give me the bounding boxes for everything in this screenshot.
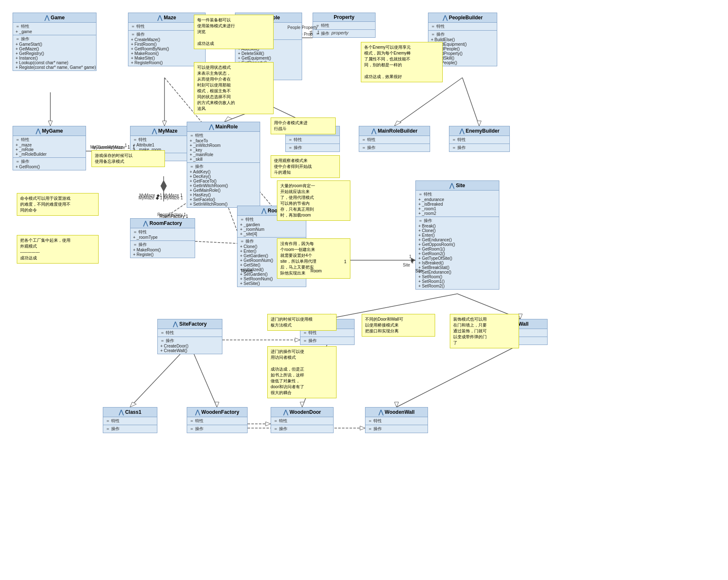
note-equipment-decorator: 每一件装备都可以使用装饰模式来进行浏览成功达成 [194, 15, 274, 49]
label-site: Site [415, 269, 423, 273]
svg-text:1: 1 [125, 143, 127, 148]
class-name-maze: Maze [164, 15, 176, 21]
note-proxy-room: 大量的room肯定一开始就应该出来了，使用代理模式可以将的节省内存，只有真正用到… [277, 180, 350, 221]
note-state-pattern: 可以使用状态模式来表示主角状态，从而使用中介者在时刻可以使用那能模式，根据主角不… [194, 62, 274, 114]
svg-text:Site: Site [403, 263, 410, 267]
label-roomfactory-1: RoomFactory 1 [159, 214, 188, 219]
svg-marker-50 [360, 426, 365, 430]
class-name-mainrole: MainRole [215, 124, 237, 130]
note-mediator-fight: 用中介者模式来进行战斗 [271, 118, 336, 134]
mult-site-1: 1 [411, 259, 414, 264]
abstract-icon: ⋀ [44, 14, 49, 21]
mult-room-1: 1 [344, 259, 347, 264]
class-mainrolebuilder: ⋀ MainRoleBuilder ＝ 特性 ＝ 操作 [359, 126, 430, 152]
svg-line-31 [195, 241, 237, 243]
property-label: property [331, 30, 348, 35]
svg-marker-42 [215, 402, 219, 407]
svg-marker-9 [161, 180, 167, 191]
note-command-pattern: 命令模式可以用于设置游戏的难度，不同的难度使用不同的命令 [17, 193, 99, 216]
class-enemybuilder: ⋀ EnemyBuilder ＝ 特性 ＝ 操作 [449, 126, 510, 152]
class-mygame: ⋀ MyGame ＝ 特性 + _maze + _mRole + _mRoleB… [13, 126, 86, 170]
label-room-left: Room [241, 269, 253, 273]
class-class1: ⋀ Class1 ＝ 特性 ＝ 操作 [103, 407, 157, 433]
class-name-sitefactory: SiteFactory [179, 321, 206, 327]
class-name-mymaze: MyMaze [158, 128, 177, 134]
note-template-door: 进门的时候可以使用模板方法模式 [267, 314, 337, 331]
class-name-class1: Class1 [125, 409, 141, 415]
svg-marker-48 [266, 422, 271, 426]
svg-line-45 [397, 344, 520, 407]
class-name-enemybuilder: EnemyBuilder [466, 128, 500, 134]
note-facade: 把各个工厂集中起来，使用外观模式--------------成功达成 [17, 235, 99, 264]
label-room-right: Room [311, 269, 322, 273]
class-roomfactory: ⋀ RoomFactory ＝ 特性 + _roomType ＝ 操作 + Ma… [130, 218, 195, 258]
class-mainrole: ⋀ MainRole ＝ 特性 + _faceTo + _inWitchRoom… [187, 122, 260, 208]
class-name-woodenfactory: WoodenFactory [201, 409, 239, 415]
label-mygamemymaze: MyGameMyMaze [90, 145, 123, 149]
relationship-arrows: MyGameMyMaze 1 1 MyMaze ◆ 1 MyMaze 1 Peo… [0, 0, 728, 580]
svg-marker-40 [130, 402, 136, 407]
assoc-mult-1-right: 1 [317, 30, 320, 35]
class-woodendoor: ⋀ WoodenDoor ＝ 特性 ＝ 操作 [271, 407, 334, 433]
class-game: ⋀ Game ＝ 特性 + _game ＝ 操作 + GameStart() +… [13, 13, 97, 71]
class-site: ⋀ Site ＝ 特性 + _endurance + _isBreaked + … [415, 180, 499, 290]
svg-text:1: 1 [409, 254, 412, 259]
diagram-canvas: MyGameMyMaze 1 1 MyMaze ◆ 1 MyMaze 1 Peo… [0, 0, 728, 580]
svg-marker-22 [477, 121, 481, 126]
class-name-peoplebuilder: PeopleBuilder [449, 15, 483, 21]
class-name-woodendoor: WoodenDoor [290, 409, 321, 415]
note-visitor: 进门的操作可以使用访问者模式成功达成，但是正如书上所说，这样做低了对象性，doo… [267, 346, 337, 398]
svg-marker-46 [394, 402, 399, 407]
note-decorator-door: 装饰模式也可以用在门和墙上，只要通过装饰，门就可以变成带炸弹的门了 [450, 314, 519, 348]
svg-marker-38 [295, 338, 300, 342]
class-name-mygame: MyGame [42, 128, 63, 134]
class-name-woodenwall: WoodenWall [385, 409, 415, 415]
assoc-mult-1-left: 1 [311, 30, 313, 35]
association-label-people-property: People Property [287, 25, 318, 30]
class-name-mainrolebuilder: MainRoleBuilder [378, 128, 417, 134]
svg-marker-20 [394, 121, 401, 126]
svg-marker-44 [300, 402, 304, 407]
class-name-wall: Wall [518, 321, 528, 327]
class-name-site: Site [456, 183, 465, 188]
class-woodenfactory: ⋀ WoodenFactory ＝ 特性 ＝ 操作 [187, 407, 248, 433]
class-sitefactory: ⋀ SiteFactory ＝ 特性 ＝ 操作 + CreateDoor() +… [157, 319, 222, 354]
svg-marker-16 [224, 117, 232, 122]
svg-marker-1 [48, 121, 52, 126]
class-name-game: Game [51, 15, 65, 21]
note-memento: 游戏保存的时候可以使用备忘录模式 [91, 150, 165, 167]
svg-marker-3 [162, 121, 167, 126]
class-name-property: Property [334, 14, 354, 20]
svg-line-19 [394, 78, 462, 126]
class-woodenwall: ⋀ WoodenWall ＝ 特性 ＝ 操作 [365, 407, 428, 433]
note-flyweight: 各个Enemy可以使用享元模式，因为每个Enemy棒了属性不同，也就技能不同，别… [361, 42, 443, 82]
note-observer: 使用观察者模式来使中介者得到开始战斗的通知 [271, 155, 340, 178]
mult-1-mymaze: 1 [133, 145, 135, 149]
class-name-roomfactory: RoomFactory [149, 220, 182, 226]
note-bridge: 不同的Door和Wall可以使用桥接模式来把接口和实现分离 [362, 314, 435, 337]
label-mymaze-self: MyMaze ◆1 MyMaze 1 [139, 193, 183, 198]
svg-line-21 [462, 78, 479, 126]
mult-1-mygame: 1 [128, 145, 130, 149]
